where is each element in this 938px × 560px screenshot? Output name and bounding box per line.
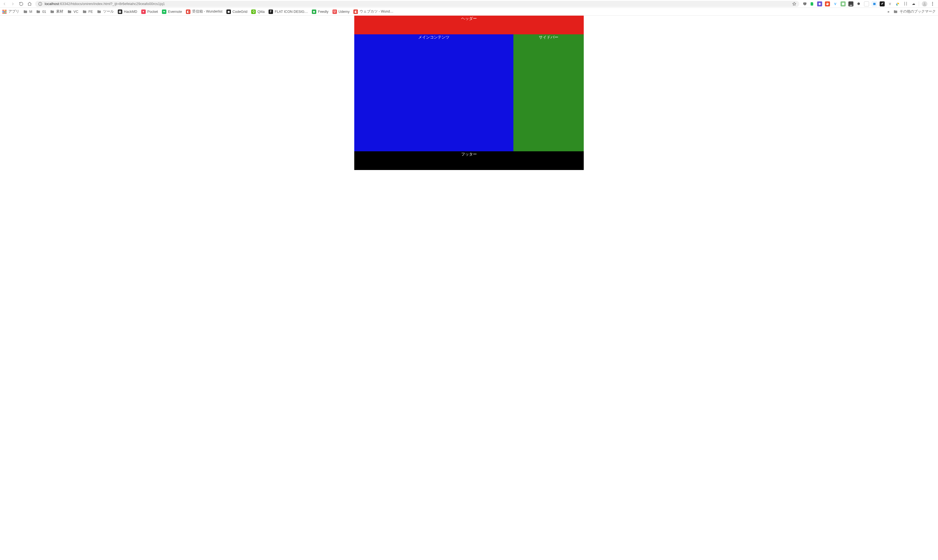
- nav-controls: [2, 2, 32, 6]
- browser-menu-button[interactable]: [930, 2, 935, 6]
- bookmark-item[interactable]: ▾Pocket: [141, 9, 158, 14]
- ext-icon-hex[interactable]: ⬢: [856, 2, 861, 6]
- star-icon[interactable]: [792, 2, 797, 6]
- bookmark-item[interactable]: 01: [36, 9, 46, 14]
- bookmark-item[interactable]: 素材: [50, 9, 63, 14]
- bookmark-item[interactable]: ◼CodeGrid: [226, 9, 248, 14]
- bookmark-overflow[interactable]: »: [887, 10, 889, 14]
- page-footer: フッター: [354, 151, 584, 170]
- ext-icon-sheet[interactable]: ▦: [841, 2, 846, 6]
- apps-grid-icon: [2, 9, 7, 14]
- svg-point-3: [924, 2, 925, 4]
- bookmark-item[interactable]: M: [23, 9, 32, 14]
- ext-icon-cloud[interactable]: ☁: [911, 2, 916, 6]
- bookmark-item[interactable]: ▤HackMD: [118, 9, 137, 14]
- bookmark-item[interactable]: QQiita: [251, 9, 264, 14]
- address-host: localhost: [45, 2, 59, 6]
- bookmark-label: M: [29, 10, 32, 14]
- bookmark-label: FLAT ICON DESIG…: [275, 10, 308, 14]
- bookmark-item[interactable]: FE: [82, 9, 93, 14]
- bookmark-item[interactable]: ❧Evernote: [162, 9, 182, 14]
- favicon-icon: ◧: [186, 9, 191, 14]
- address-bar[interactable]: localhost:63342/htdocs/oniren/index.html…: [35, 1, 799, 7]
- apps-label: アプリ: [8, 9, 19, 14]
- favicon-icon: Q: [251, 9, 256, 14]
- page-container: ヘッダー メインコンテンツ サイドバー フッター: [354, 15, 584, 170]
- page-viewport: ヘッダー メインコンテンツ サイドバー フッター: [0, 15, 938, 170]
- bookmark-label: 素材: [56, 9, 63, 14]
- page-main-label: メインコンテンツ: [418, 35, 449, 39]
- apps-button[interactable]: アプリ: [2, 9, 19, 14]
- bookmark-label: 受信箱 - Wunderlist: [192, 9, 223, 14]
- bookmark-label: Qiita: [257, 10, 264, 14]
- back-button[interactable]: [2, 2, 7, 6]
- ext-icon-bars[interactable]: ┃┃: [903, 2, 908, 6]
- favicon-icon: ❧: [162, 9, 166, 14]
- folder-icon: [97, 9, 101, 14]
- bookmark-label: HackMD: [124, 10, 137, 14]
- other-bookmarks-label: その他のブックマーク: [900, 9, 936, 14]
- ext-icon-note[interactable]: ▣: [872, 2, 877, 6]
- bookmark-label: VC: [74, 10, 78, 14]
- favicon-icon: U: [332, 9, 337, 14]
- evernote-ext-icon[interactable]: [810, 2, 814, 6]
- svg-point-2: [40, 3, 40, 3]
- bookmark-item[interactable]: ツール: [97, 9, 114, 14]
- ext-icon-drive[interactable]: [895, 2, 900, 6]
- bookmark-item[interactable]: FFLAT ICON DESIG…: [269, 9, 308, 14]
- browser-toolbar: localhost:63342/htdocs/oniren/index.html…: [0, 0, 938, 8]
- bookmark-label: Feedly: [318, 10, 329, 14]
- bookmark-item[interactable]: ◧受信箱 - Wunderlist: [186, 9, 223, 14]
- ext-icon-blank[interactable]: [864, 2, 869, 6]
- ext-icon-v[interactable]: V: [833, 2, 838, 6]
- favicon-icon: ◆: [312, 9, 316, 14]
- info-icon[interactable]: [38, 2, 42, 6]
- bookmark-item[interactable]: UUdemy: [332, 9, 350, 14]
- ext-icon-v2[interactable]: V: [887, 2, 892, 6]
- ext-icon-purple[interactable]: ◆: [817, 2, 822, 6]
- ext-icon-off[interactable]: ▁: [848, 2, 853, 6]
- folder-icon: [893, 9, 898, 14]
- toolbar-divider: [919, 2, 919, 6]
- folder-icon: [36, 9, 40, 14]
- ext-icon-black[interactable]: ✔: [880, 2, 885, 6]
- bookmark-label: FE: [89, 10, 93, 14]
- favicon-icon: ▾: [141, 9, 146, 14]
- folder-icon: [67, 9, 72, 14]
- profile-avatar[interactable]: [922, 1, 927, 7]
- pocket-ext-icon[interactable]: [803, 2, 807, 6]
- reload-button[interactable]: [19, 2, 23, 6]
- folder-icon: [82, 9, 87, 14]
- page-header: ヘッダー: [354, 15, 584, 34]
- bookmark-label: Pocket: [148, 10, 158, 14]
- address-text: localhost:63342/htdocs/oniren/index.html…: [45, 2, 165, 6]
- page-sidebar: サイドバー: [514, 34, 584, 151]
- forward-button[interactable]: [11, 2, 15, 6]
- bookmark-label: ツール: [103, 9, 114, 14]
- home-button[interactable]: [28, 2, 32, 6]
- favicon-icon: ◧: [354, 9, 358, 14]
- bookmark-label: 01: [42, 10, 46, 14]
- bookmark-label: CodeGrid: [232, 10, 248, 14]
- page-header-label: ヘッダー: [461, 16, 477, 21]
- folder-icon: [23, 9, 28, 14]
- bookmark-label: ウェブカツ - Wund…: [360, 9, 393, 14]
- page-main: メインコンテンツ: [354, 34, 514, 151]
- favicon-icon: ▤: [118, 9, 122, 14]
- folder-icon: [50, 9, 54, 14]
- page-sidebar-label: サイドバー: [539, 35, 558, 39]
- ext-icon-orange[interactable]: ◕: [825, 2, 830, 6]
- bookmark-item[interactable]: ◆Feedly: [312, 9, 329, 14]
- bookmark-bar: アプリ M01素材VCFEツール▤HackMD▾Pocket❧Evernote◧…: [0, 8, 938, 15]
- other-bookmarks[interactable]: その他のブックマーク: [893, 9, 936, 14]
- page-footer-label: フッター: [461, 152, 477, 156]
- bookmark-label: Udemy: [338, 10, 350, 14]
- favicon-icon: ◼: [226, 9, 231, 14]
- bookmark-item[interactable]: ◧ウェブカツ - Wund…: [354, 9, 393, 14]
- bookmark-label: Evernote: [168, 10, 182, 14]
- bookmark-item[interactable]: VC: [67, 9, 78, 14]
- address-path: :63342/htdocs/oniren/index.html?_ijt=8r6…: [59, 2, 165, 6]
- favicon-icon: F: [269, 9, 273, 14]
- extensions-bar: ◆ ◕ V ▦ ▁ ⬢ ▣ ✔ V ┃┃ ☁: [803, 1, 936, 7]
